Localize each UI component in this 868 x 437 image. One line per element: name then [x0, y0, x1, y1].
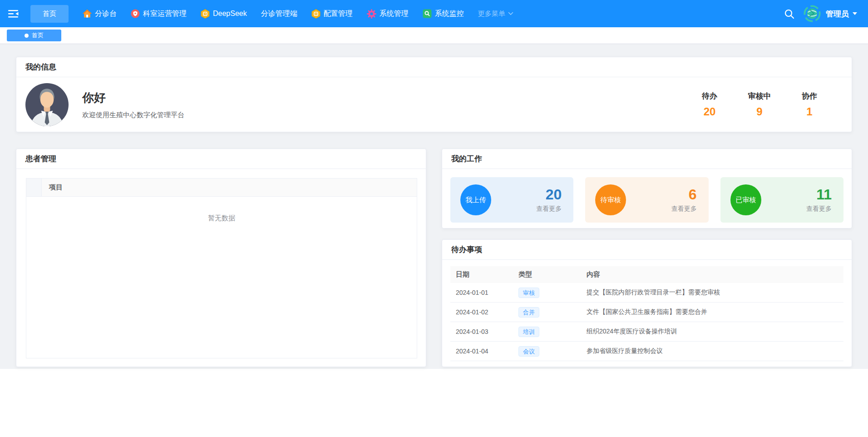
todo-type-tag: 合并: [518, 307, 539, 318]
search-icon: [784, 9, 794, 19]
user-avatar[interactable]: [804, 5, 821, 22]
monitor-icon: [423, 9, 432, 18]
nav-item-system-monitor[interactable]: 系统监控: [423, 9, 464, 19]
todo-table: 日期 类型 内容 2024-01-01 审核 提交【医院内部行政管理目录一栏】需…: [442, 260, 852, 361]
department-icon: [131, 9, 140, 18]
top-navbar: 首页 分诊台: [0, 0, 868, 27]
todo-column-content: 内容: [587, 270, 843, 279]
app-main: 我的信息: [0, 44, 868, 369]
table-row[interactable]: 2024-01-03 培训 组织2024年度医疗设备操作培训: [450, 322, 843, 342]
my-info-body: 你好 欢迎使用生殖中心数字化管理平台 待办 20 审核中 9 协作 1: [16, 77, 852, 132]
table-row[interactable]: 2024-01-04 会议 参加省级医疗质量控制会议: [450, 342, 843, 361]
todo-content: 组织2024年度医疗设备操作培训: [587, 328, 843, 336]
stat-todo: 待办 20: [696, 91, 723, 118]
caret-down-icon: [853, 12, 857, 15]
work-circle-badge: 待审核: [595, 184, 626, 215]
work-value: 6: [671, 187, 697, 202]
work-value: 11: [806, 187, 832, 202]
work-value: 20: [536, 187, 562, 202]
sidebar-fold-button[interactable]: [8, 10, 19, 18]
work-circle-badge: 我上传: [460, 184, 491, 215]
tab-home-label: 首页: [32, 31, 44, 40]
work-card-right: 11 查看更多: [806, 187, 832, 213]
profile-avatar: [25, 83, 69, 126]
todo-type-tag: 培训: [518, 327, 539, 337]
my-info-title: 我的信息: [16, 57, 852, 77]
nav-item-label: 科室运营管理: [143, 9, 187, 19]
fold-icon: [8, 10, 19, 18]
todo-content: 文件【国家公共卫生服务指南】需要您合并: [587, 308, 843, 316]
table-row[interactable]: 2024-01-01 审核 提交【医院内部行政管理目录一栏】需要您审核: [450, 283, 843, 303]
todo-content: 提交【医院内部行政管理目录一栏】需要您审核: [587, 288, 843, 297]
todo-date: 2024-01-01: [450, 289, 518, 296]
search-button[interactable]: [784, 9, 794, 19]
nav-item-system-admin[interactable]: 系统管理: [367, 9, 409, 19]
nav-item-label: DeepSeek: [213, 10, 247, 18]
greeting-block: 你好 欢迎使用生殖中心数字化管理平台: [82, 90, 184, 119]
my-work-body: 我上传 20 查看更多 待审核 6 查看更多: [442, 169, 852, 231]
stat-value: 9: [746, 105, 773, 118]
todo-card: 待办事项 日期 类型 内容 2024-01-01 审核 提交【医院内部行政管理目…: [442, 239, 852, 367]
todo-type-tag: 会议: [518, 346, 539, 357]
nav-item-deepseek[interactable]: DeepSeek: [201, 9, 247, 19]
my-work-card: 我的工作 我上传 20 查看更多 待审核 6: [442, 149, 852, 228]
right-column: 我的工作 我上传 20 查看更多 待审核 6: [442, 149, 852, 367]
view-more-link[interactable]: 查看更多: [806, 205, 832, 213]
tags-view-bar: 首页: [0, 27, 868, 44]
nav-item-label: 分诊台: [95, 9, 117, 19]
todo-date: 2024-01-03: [450, 328, 518, 335]
welcome-text: 欢迎使用生殖中心数字化管理平台: [82, 111, 184, 119]
greeting: 你好: [82, 90, 184, 106]
todo-date: 2024-01-02: [450, 308, 518, 316]
todo-title: 待办事项: [442, 240, 852, 260]
user-avatar-icon: [804, 5, 821, 22]
config-cube-icon: [311, 9, 321, 19]
nav-item-triage-admin[interactable]: 分诊管理端: [261, 9, 297, 19]
nav-home-button[interactable]: 首页: [30, 5, 69, 23]
work-card-right: 20 查看更多: [536, 187, 562, 213]
todo-table-header: 日期 类型 内容: [450, 266, 843, 283]
patient-mgmt-body: 项目 暂无数据: [16, 169, 426, 367]
todo-type-tag: 审核: [518, 288, 539, 298]
active-tab-dot: [25, 34, 29, 38]
work-card-reviewed[interactable]: 已审核 11 查看更多: [720, 177, 843, 223]
nav-item-label: 分诊管理端: [261, 9, 297, 19]
stat-label: 审核中: [746, 91, 773, 101]
patient-table-header: 项目: [26, 179, 417, 197]
stat-reviewing: 审核中 9: [746, 91, 773, 118]
deepseek-cube-icon: [201, 9, 210, 19]
chevron-down-icon: [508, 12, 513, 15]
table-row[interactable]: 2024-01-02 合并 文件【国家公共卫生服务指南】需要您合并: [450, 303, 843, 322]
todo-date: 2024-01-04: [450, 348, 518, 355]
stat-collab: 协作 1: [796, 91, 823, 118]
stat-label: 协作: [796, 91, 823, 101]
patient-table-index-column: [26, 179, 42, 196]
nav-menu: 分诊台 科室运营管理: [69, 9, 464, 19]
empty-data-text: 暂无数据: [26, 197, 417, 223]
patient-mgmt-title: 患者管理: [16, 149, 426, 169]
tab-home[interactable]: 首页: [7, 30, 61, 41]
todo-column-date: 日期: [450, 270, 518, 279]
username[interactable]: 管理员: [826, 9, 849, 19]
nav-item-config[interactable]: 配置管理: [311, 9, 353, 19]
nav-item-label: 配置管理: [324, 9, 353, 19]
work-card-uploaded[interactable]: 我上传 20 查看更多: [450, 177, 573, 223]
view-more-link[interactable]: 查看更多: [671, 205, 697, 213]
house-icon: [83, 9, 92, 18]
nav-item-label: 系统管理: [380, 9, 409, 19]
patient-table: 项目 暂无数据: [26, 178, 417, 358]
work-card-pending-review[interactable]: 待审核 6 查看更多: [585, 177, 708, 223]
work-card-right: 6 查看更多: [671, 187, 697, 213]
work-circle-badge: 已审核: [730, 184, 761, 215]
todo-content: 参加省级医疗质量控制会议: [587, 347, 843, 355]
nav-item-dept-ops[interactable]: 科室运营管理: [131, 9, 187, 19]
todo-column-type: 类型: [518, 270, 587, 279]
more-menu[interactable]: 更多菜单: [478, 10, 513, 18]
nav-item-triage[interactable]: 分诊台: [83, 9, 117, 19]
stat-value: 20: [696, 105, 723, 118]
patient-mgmt-card: 患者管理 项目 暂无数据: [16, 149, 426, 367]
info-stats: 待办 20 审核中 9 协作 1: [696, 91, 843, 118]
view-more-link[interactable]: 查看更多: [536, 205, 562, 213]
content-row: 患者管理 项目 暂无数据 我的工作: [16, 149, 852, 367]
my-info-card: 我的信息: [16, 57, 852, 132]
